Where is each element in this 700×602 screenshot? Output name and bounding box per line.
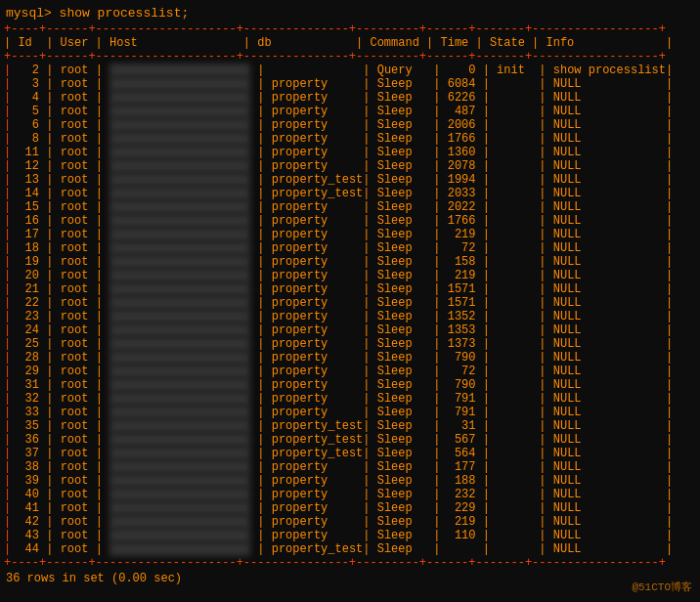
table-row: | 8 | root | ████████████████████ | prop…	[4, 132, 696, 146]
row-count: 36 rows in set (0.00 sec)	[4, 570, 696, 587]
table-row: | 31 | root | ████████████████████ | pro…	[4, 378, 696, 392]
table-wrapper: +----+------+--------------------+------…	[0, 22, 700, 587]
table-row: | 32 | root | ████████████████████ | pro…	[4, 392, 696, 406]
table-row: | 43 | root | ████████████████████ | pro…	[4, 529, 696, 542]
table-row: | 5 | root | ████████████████████ | prop…	[4, 105, 696, 118]
table-row: | 19 | root | ████████████████████ | pro…	[4, 255, 696, 269]
table-row: | 14 | root | ████████████████████ | pro…	[4, 187, 696, 200]
table-row: | 4 | root | ████████████████████ | prop…	[4, 91, 696, 105]
table-row: | 41 | root | ████████████████████ | pro…	[4, 501, 696, 515]
table-row: | 38 | root | ████████████████████ | pro…	[4, 460, 696, 474]
table-header: | Id | User | Host | db | Command | Time…	[4, 36, 696, 50]
prompt-line: mysql> show processlist;	[0, 4, 700, 22]
table-row: | 24 | root | ████████████████████ | pro…	[4, 323, 696, 337]
watermark: @51CTO博客	[632, 580, 692, 594]
table-row: | 20 | root | ████████████████████ | pro…	[4, 269, 696, 282]
table-row: | 16 | root | ████████████████████ | pro…	[4, 214, 696, 228]
table-row: | 23 | root | ████████████████████ | pro…	[4, 310, 696, 323]
table-row: | 28 | root | ████████████████████ | pro…	[4, 351, 696, 365]
table-row: | 11 | root | ████████████████████ | pro…	[4, 146, 696, 159]
table-row: | 39 | root | ████████████████████ | pro…	[4, 474, 696, 488]
table-row: | 15 | root | ████████████████████ | pro…	[4, 200, 696, 214]
table-row: | 18 | root | ████████████████████ | pro…	[4, 241, 696, 255]
table-row: | 36 | root | ████████████████████ | pro…	[4, 433, 696, 447]
table-row: | 35 | root | ████████████████████ | pro…	[4, 419, 696, 433]
table-row: | 29 | root | ████████████████████ | pro…	[4, 365, 696, 378]
table-row: | 6 | root | ████████████████████ | prop…	[4, 118, 696, 132]
table-row: | 22 | root | ████████████████████ | pro…	[4, 296, 696, 310]
table-row: | 33 | root | ████████████████████ | pro…	[4, 406, 696, 419]
table-row: | 21 | root | ████████████████████ | pro…	[4, 282, 696, 296]
table-row: | 44 | root | ████████████████████ | pro…	[4, 542, 696, 556]
table-row: | 25 | root | ████████████████████ | pro…	[4, 337, 696, 351]
table-row: | 2 | root | ████████████████████ | | Qu…	[4, 64, 696, 77]
table-row: | 17 | root | ████████████████████ | pro…	[4, 228, 696, 241]
table-row: | 42 | root | ████████████████████ | pro…	[4, 515, 696, 529]
table-row: | 37 | root | ████████████████████ | pro…	[4, 447, 696, 460]
table-row: | 40 | root | ████████████████████ | pro…	[4, 488, 696, 501]
table-row: | 12 | root | ████████████████████ | pro…	[4, 159, 696, 173]
table-row: | 13 | root | ████████████████████ | pro…	[4, 173, 696, 187]
table-row: | 3 | root | ████████████████████ | prop…	[4, 77, 696, 91]
prompt-text: mysql> show processlist;	[6, 6, 189, 21]
terminal-window: mysql> show processlist; +----+------+--…	[0, 0, 700, 602]
